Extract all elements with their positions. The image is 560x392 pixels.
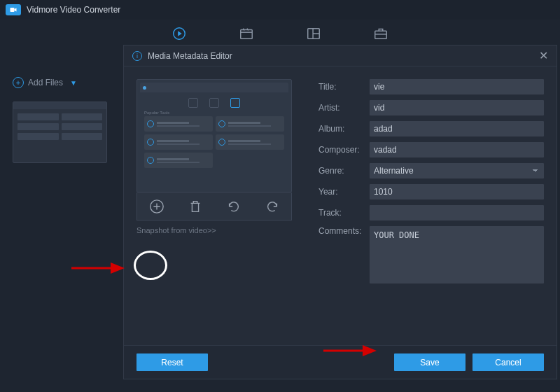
video-thumbnail[interactable] [13,102,107,163]
year-field[interactable] [370,184,544,200]
track-label: Track: [318,208,364,218]
metadata-form: Title: Artist: Album: Composer: Genre: A… [318,79,544,345]
info-icon: i [132,51,142,61]
genre-label: Genre: [318,166,364,176]
comments-label: Comments: [318,226,364,236]
nav-mv-icon[interactable] [238,25,255,42]
album-label: Album: [318,124,364,134]
close-icon[interactable]: ✕ [539,49,548,62]
nav-collage-icon[interactable] [305,25,322,42]
svg-rect-2 [241,30,253,39]
year-label: Year: [318,187,364,197]
dialog-footer: Reset Save Cancel [124,345,556,379]
metadata-editor-dialog: i Media Metadata Editor ✕ Popular Tools [123,45,557,379]
cancel-button[interactable]: Cancel [472,354,544,371]
plus-circle-icon: + [13,77,24,88]
snapshot-link[interactable]: Snapshot from video>> [136,226,298,234]
redo-button[interactable] [263,197,281,216]
save-button[interactable]: Save [394,354,465,371]
chevron-down-icon: ▼ [70,79,77,87]
dialog-title: Media Metadata Editor [148,51,232,61]
track-field[interactable] [370,205,544,220]
svg-marker-7 [111,262,125,274]
add-files-button[interactable]: + Add Files ▼ [13,77,77,88]
app-title: Vidmore Video Converter [27,5,120,15]
title-label: Title: [318,82,364,92]
cover-preview: Popular Tools [136,79,292,192]
genre-select[interactable]: Alternative [370,163,544,178]
add-cover-button[interactable] [148,197,166,216]
cover-toolbar [136,192,292,220]
titlebar: Vidmore Video Converter [0,0,560,20]
nav-toolbox-icon[interactable] [372,25,389,42]
composer-label: Composer: [318,145,364,155]
artist-label: Artist: [318,103,364,113]
top-nav [0,20,560,48]
undo-button[interactable] [225,197,243,216]
annotation-arrow-1 [70,260,125,278]
svg-rect-4 [375,31,387,38]
svg-rect-0 [10,8,15,12]
dialog-header: i Media Metadata Editor ✕ [124,46,556,66]
preview-column: Popular Tools [136,79,298,345]
nav-convert-icon[interactable] [171,25,188,42]
reset-button[interactable]: Reset [136,354,208,371]
title-field[interactable] [370,79,544,94]
comments-field[interactable]: YOUR DONE [370,226,544,284]
add-files-label: Add Files [28,78,63,88]
artist-field[interactable] [370,100,544,115]
composer-field[interactable] [370,142,544,158]
app-logo [6,4,21,15]
album-field[interactable] [370,121,544,136]
delete-cover-button[interactable] [186,197,204,216]
